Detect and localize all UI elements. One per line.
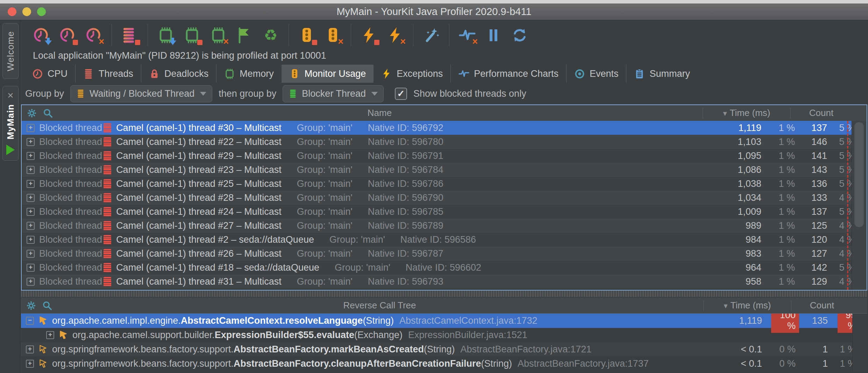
window-body: Welcome × MyMain ××♻××× Local applicatio… [0,20,868,373]
refresh-icon[interactable] [511,27,528,44]
toolbar-separator [289,24,289,46]
expand-icon[interactable]: + [27,250,35,258]
pause-icon[interactable] [485,27,502,44]
yourkit-profiler-window: MyMain - YourKit Java Profiler 2020.9-b4… [0,0,868,373]
thread-row[interactable]: +Blocked threadCamel (camel-1) thread #2… [22,233,867,247]
settings-gear-icon[interactable] [27,108,37,118]
expand-icon[interactable]: + [27,208,35,216]
thread-row[interactable]: +Blocked threadCamel (camel-1) thread #2… [22,135,867,149]
thread-row[interactable]: +Blocked threadCamel (camel-1) thread #2… [22,149,867,163]
column-header-count[interactable]: Count [791,108,852,118]
source-location: AbstractCamelContext.java:1732 [399,315,538,326]
column-header-time[interactable]: ▾Time (ms) [703,108,790,118]
method-cell: +org.apache.camel.support.builder.Expres… [21,330,719,341]
traffic-yellow-icon [289,68,300,79]
time-value: < 0.1 [719,344,771,355]
show-blocked-only-checkbox[interactable]: ✓ [395,88,407,100]
expand-icon[interactable]: + [27,124,35,132]
thread-row[interactable]: +Blocked threadCamel (camel-1) thread #2… [22,205,867,219]
inspections-wand-icon[interactable] [423,27,440,44]
expand-icon[interactable]: + [27,236,35,244]
then-group-by-dropdown[interactable]: Blocker Thread [283,85,384,102]
column-header-name[interactable]: Name [57,108,703,118]
tab-exceptions[interactable]: Exceptions [373,65,450,83]
clear-allocation-results-icon[interactable]: × [210,27,227,44]
call-tree-row[interactable]: +org.springframework.beans.factory.suppo… [21,342,867,357]
search-icon[interactable] [42,300,52,311]
expand-icon[interactable]: + [27,138,35,146]
thread-row[interactable]: +Blocked threadCamel (camel-1) thread #2… [22,163,867,177]
group-by-dropdown[interactable]: Waiting / Blocked Thread [70,85,212,102]
column-header-count[interactable]: Count [791,300,853,311]
tab-summary[interactable]: Summary [626,65,698,83]
call-tree-row[interactable]: +org.springframework.beans.factory.suppo… [21,357,867,371]
sort-desc-icon: ▾ [723,109,727,118]
vertical-scrollbar[interactable] [852,314,867,372]
start-cpu-profiling-icon[interactable] [33,27,50,44]
capture-memory-snapshot-icon[interactable] [157,27,174,44]
stop-cpu-profiling-icon[interactable] [59,27,76,44]
time-percent: 0 % [771,344,806,355]
thread-row[interactable]: +Blocked threadCamel (camel-1) thread #2… [22,219,867,233]
sidebar-tab-welcome[interactable]: Welcome [2,23,19,79]
thread-native-id: Native ID: 596784 [368,164,443,175]
clear-monitor-results-icon[interactable]: × [325,27,341,44]
call-tree-row[interactable]: −org.apache.camel.impl.engine.AbstractCa… [21,314,867,328]
thread-cell: +Blocked threadCamel (camel-1) thread #2… [22,151,718,161]
clear-exception-results-icon[interactable]: × [387,27,404,44]
thread-row[interactable]: +Blocked threadCamel (camel-1) thread #2… [22,177,867,191]
clear-telemetry-icon[interactable]: × [459,27,476,44]
thread-row[interactable]: +Blocked threadCamel (camel-1) thread #2… [22,247,867,261]
tab-events[interactable]: Events [566,65,626,83]
call-tree-row[interactable]: +org.apache.camel.support.builder.Expres… [21,328,867,342]
then-group-by-label: then group by [219,88,276,99]
thread-row[interactable]: +Blocked threadCamel (camel-1) thread #1… [22,261,867,275]
tab-deadlocks[interactable]: Deadlocks [141,65,216,83]
expand-icon[interactable]: + [27,194,35,202]
minimize-window-button[interactable] [22,7,31,16]
trigger-flag-icon[interactable] [236,27,253,44]
thread-cell: +Blocked threadCamel (camel-1) thread #2… [22,137,718,147]
stop-exception-profiling-icon[interactable] [361,27,377,44]
close-session-icon[interactable]: × [7,92,14,99]
threshold-marker-line [847,121,848,290]
expand-icon[interactable]: − [26,317,34,325]
thread-row[interactable]: +Blocked threadCamel (camel-1) thread #2… [22,191,867,205]
expand-icon[interactable]: + [26,360,34,368]
bolt-yellow-icon [381,68,392,79]
expand-icon[interactable]: + [27,278,35,286]
tab-performance-charts[interactable]: Performance Charts [450,65,566,83]
horizontal-scrollbar-divider[interactable] [21,290,867,297]
tab-monitor-usage[interactable]: Monitor Usage [282,65,374,83]
close-window-button[interactable] [8,7,16,16]
thread-group: Group: 'main' [297,137,353,147]
stop-monitor-profiling-icon[interactable] [298,27,315,44]
thread-row[interactable]: +Blocked threadCamel (camel-1) thread #3… [22,275,867,288]
column-header-time[interactable]: ▾Time (ms) [704,300,791,311]
expand-icon[interactable]: + [27,166,35,174]
settings-gear-icon[interactable] [26,300,36,311]
sidebar-tab-mymain[interactable]: × MyMain [2,86,19,161]
tab-threads[interactable]: Threads [75,65,141,83]
expand-icon[interactable]: + [26,345,34,353]
vertical-scrollbar[interactable] [852,121,867,290]
stop-thread-telemetry-icon[interactable] [121,27,138,44]
time-percent: 1 % [770,206,805,217]
expand-icon[interactable]: + [27,264,35,272]
search-icon[interactable] [43,108,53,118]
count-value: 143 [805,164,837,175]
expand-icon[interactable]: + [27,222,35,230]
thread-row[interactable]: +Blocked threadCamel (camel-1) thread #3… [22,121,867,135]
scrollbar-thumb[interactable] [854,122,864,227]
expand-icon[interactable]: + [27,180,35,188]
zoom-window-button[interactable] [37,7,46,16]
force-gc-icon[interactable]: ♻ [262,27,279,44]
stop-allocation-recording-icon[interactable] [184,27,200,44]
expand-icon[interactable]: + [27,152,35,160]
tab-memory[interactable]: Memory [216,65,282,83]
expand-icon[interactable]: + [46,331,54,339]
row-kind-label: Blocked thread [39,164,102,175]
clear-cpu-results-icon[interactable]: × [85,27,102,44]
tab-cpu[interactable]: CPU [24,65,75,83]
package-name: org.springframework.beans.factory.suppor… [52,344,234,355]
